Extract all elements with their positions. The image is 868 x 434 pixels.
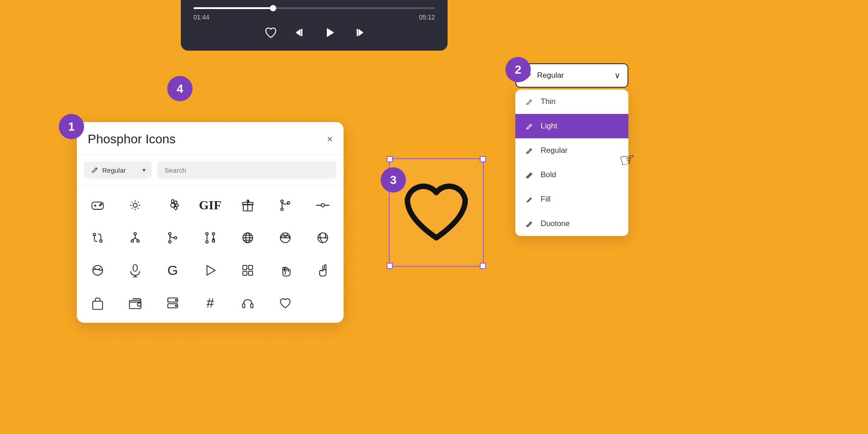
icon-headphones[interactable] <box>229 287 267 319</box>
gif-label: GIF <box>199 198 222 212</box>
search-input[interactable] <box>157 161 336 179</box>
svg-point-38 <box>212 232 214 235</box>
badge-3: 3 <box>381 167 406 193</box>
style-menu-item-light[interactable]: Light <box>515 114 628 138</box>
icon-server[interactable] <box>154 287 191 319</box>
google-g-label: G <box>167 263 178 278</box>
svg-rect-55 <box>243 271 247 275</box>
icon-google[interactable]: G <box>154 254 191 287</box>
chevron-icon: ∨ <box>614 71 620 80</box>
svg-point-29 <box>131 240 133 242</box>
icon-gamepad[interactable] <box>79 189 116 222</box>
svg-point-8 <box>99 205 101 206</box>
svg-point-12 <box>171 199 174 203</box>
style-trigger-label: Regular <box>537 71 564 80</box>
icon-gear-flower[interactable] <box>154 189 191 222</box>
icon-play-triangle[interactable] <box>191 254 229 287</box>
svg-rect-65 <box>250 304 253 308</box>
icon-gear[interactable] <box>116 189 154 222</box>
icon-gift[interactable] <box>229 189 267 222</box>
icon-bag[interactable] <box>79 287 116 319</box>
style-menu-item-thin[interactable]: Thin <box>515 90 628 114</box>
svg-marker-3 <box>359 29 363 36</box>
style-menu-label-light: Light <box>541 122 557 131</box>
icon-globe-map[interactable] <box>304 222 342 254</box>
svg-rect-4 <box>357 29 358 36</box>
close-button[interactable]: × <box>327 134 333 144</box>
icon-git-diff[interactable] <box>79 222 116 254</box>
icon-grid[interactable] <box>229 254 267 287</box>
icon-hash[interactable]: # <box>191 287 229 319</box>
svg-point-19 <box>281 200 283 202</box>
style-menu-item-bold[interactable]: Bold <box>515 163 628 187</box>
svg-point-36 <box>206 232 208 235</box>
svg-rect-57 <box>93 301 103 309</box>
svg-point-26 <box>93 233 95 236</box>
svg-point-21 <box>288 202 290 204</box>
style-dropdown-button[interactable]: Regular ▾ <box>84 161 152 179</box>
progress-fill <box>193 7 273 9</box>
svg-point-30 <box>137 240 139 242</box>
svg-point-9 <box>100 203 102 205</box>
style-menu-item-duotone[interactable]: Duotone <box>515 212 628 236</box>
style-dropdown-label: Regular <box>102 166 126 174</box>
icon-wallet[interactable] <box>116 287 154 319</box>
icon-heart-outline[interactable] <box>267 287 304 319</box>
svg-point-23 <box>321 203 325 207</box>
svg-point-37 <box>206 241 208 243</box>
time-row: 01:44 05:12 <box>193 14 435 21</box>
panel-toolbar: Regular ▾ <box>77 155 344 185</box>
play-button[interactable] <box>323 26 336 39</box>
total-time: 05:12 <box>419 14 435 21</box>
icon-hand-stop[interactable] <box>267 254 304 287</box>
panel-title: Phosphor Icons <box>88 132 176 146</box>
svg-point-10 <box>133 203 137 208</box>
style-menu-label-bold: Bold <box>541 170 556 179</box>
media-player: 01:44 05:12 <box>181 0 448 51</box>
icon-gif[interactable]: GIF <box>191 189 229 222</box>
corner-handle-bl[interactable] <box>387 263 393 269</box>
style-menu-label-duotone: Duotone <box>541 219 570 228</box>
corner-handle-tr[interactable] <box>480 156 486 162</box>
style-dropdown-menu: Thin Light Regular Bold <box>515 90 628 236</box>
svg-rect-1 <box>301 29 302 36</box>
svg-marker-2 <box>327 28 334 37</box>
icon-globe-hemisphere[interactable] <box>79 254 116 287</box>
icon-git-merge[interactable] <box>154 222 191 254</box>
panel-header: Phosphor Icons × <box>77 122 344 155</box>
icon-hand-pointer[interactable] <box>304 254 342 287</box>
corner-handle-br[interactable] <box>480 263 486 269</box>
svg-rect-54 <box>249 265 253 269</box>
skip-back-button[interactable] <box>294 26 307 39</box>
style-menu-label-fill: Fill <box>541 195 551 204</box>
icon-globe[interactable] <box>229 222 267 254</box>
hash-label: # <box>207 295 214 311</box>
chevron-down-icon: ▾ <box>142 166 146 174</box>
svg-point-63 <box>175 305 177 307</box>
heart-button[interactable] <box>264 25 278 40</box>
corner-handle-tl[interactable] <box>387 156 393 162</box>
style-menu-item-regular[interactable]: Regular <box>515 138 628 163</box>
badge-4: 4 <box>167 76 193 101</box>
svg-rect-64 <box>242 304 245 308</box>
svg-rect-53 <box>243 265 247 269</box>
badge-2: 2 <box>505 57 531 82</box>
skip-forward-button[interactable] <box>352 26 365 39</box>
icon-git-fork[interactable] <box>116 222 154 254</box>
style-trigger-button[interactable]: Regular ∨ <box>515 63 628 88</box>
icon-globe-alt[interactable] <box>267 222 304 254</box>
icon-git-commit[interactable] <box>304 189 342 222</box>
svg-point-62 <box>175 299 177 301</box>
style-panel: Regular ∨ Thin Light Regular <box>515 63 628 236</box>
icon-microphone[interactable] <box>116 254 154 287</box>
icon-git-branch[interactable] <box>267 189 304 222</box>
svg-point-28 <box>134 232 136 235</box>
progress-track[interactable] <box>193 7 435 9</box>
svg-marker-52 <box>207 265 215 275</box>
icon-git-pull[interactable] <box>191 222 229 254</box>
player-controls <box>193 25 435 40</box>
style-menu-item-fill[interactable]: Fill <box>515 187 628 212</box>
svg-point-20 <box>281 208 283 210</box>
svg-point-27 <box>99 240 102 242</box>
svg-rect-59 <box>137 303 141 306</box>
